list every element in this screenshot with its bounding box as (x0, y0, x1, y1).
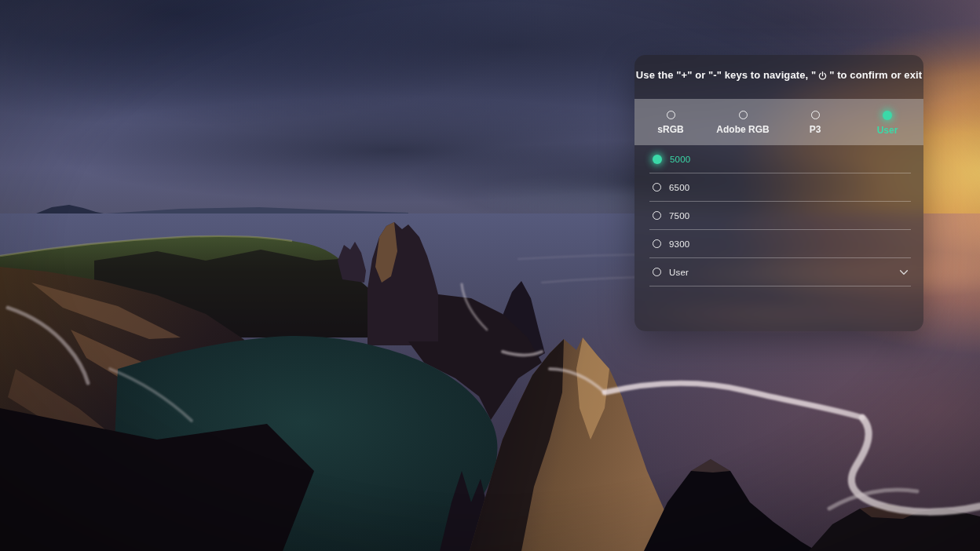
color-mode-option-adobe-rgb[interactable]: Adobe RGB (707, 99, 779, 145)
color-temp-option-7500[interactable]: 7500 (649, 202, 911, 230)
color-mode-option-p3[interactable]: P3 (779, 99, 851, 145)
radio-icon[interactable] (653, 211, 661, 220)
color-mode-option-user[interactable]: User (851, 99, 923, 145)
radio-icon[interactable] (811, 111, 820, 119)
osd-panel: Use the "+" or "-" keys to navigate, " "… (634, 55, 923, 331)
color-mode-option-srgb[interactable]: sRGB (634, 99, 707, 145)
color-temp-list: 5000650075009300User (649, 145, 911, 286)
color-mode-label: sRGB (657, 124, 683, 135)
osd-instruction: Use the "+" or "-" keys to navigate, " "… (634, 69, 923, 82)
chevron-down-icon[interactable] (898, 267, 909, 278)
color-temp-option-6500[interactable]: 6500 (649, 173, 911, 202)
color-temp-label: 6500 (669, 183, 689, 192)
radio-selected-icon[interactable] (653, 155, 662, 164)
radio-icon[interactable] (653, 268, 661, 276)
radio-selected-icon[interactable] (883, 111, 892, 120)
color-temp-option-user[interactable]: User (649, 258, 911, 286)
color-temp-label: 5000 (670, 155, 690, 164)
power-icon (817, 71, 828, 81)
radio-icon[interactable] (653, 239, 661, 248)
color-temp-label: 7500 (669, 211, 689, 221)
radio-icon[interactable] (667, 111, 675, 119)
color-temp-option-5000[interactable]: 5000 (649, 145, 911, 173)
color-temp-label: User (669, 268, 689, 277)
osd-instruction-prefix: Use the "+" or "-" keys to navigate, " (636, 69, 816, 82)
color-mode-label: User (877, 125, 898, 136)
color-mode-label: Adobe RGB (716, 124, 769, 135)
color-temp-option-9300[interactable]: 9300 (649, 230, 911, 258)
color-mode-group: sRGBAdobe RGBP3User (634, 99, 923, 145)
color-temp-label: 9300 (669, 239, 689, 249)
color-mode-label: P3 (810, 124, 821, 135)
screen: Use the "+" or "-" keys to navigate, " "… (0, 0, 980, 551)
radio-icon[interactable] (739, 111, 748, 119)
radio-icon[interactable] (653, 183, 661, 192)
osd-instruction-suffix: " to confirm or exit (829, 69, 922, 82)
